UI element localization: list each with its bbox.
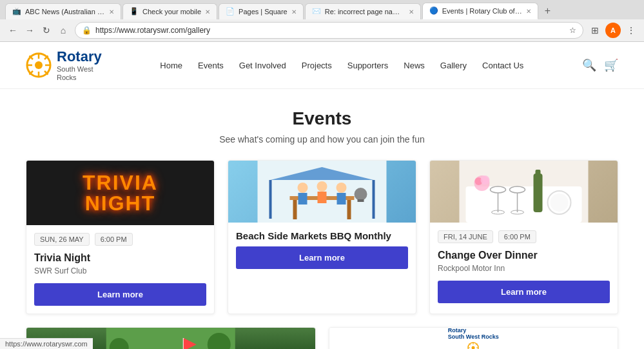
- booksale-rotary-wheel-icon: [467, 341, 480, 349]
- svg-rect-16: [347, 200, 351, 219]
- nav-events[interactable]: Events: [198, 61, 224, 70]
- address-bar[interactable]: 🔒 https://www.rotaryswr.com/gallery ☆: [75, 22, 583, 39]
- tabs-bar: 📺 ABC News (Australian Broadc... ✕ 📱 Che…: [0, 0, 644, 19]
- trivia-date-tag: SUN, 26 MAY: [34, 233, 90, 246]
- reload-button[interactable]: ↻: [39, 23, 54, 38]
- tab-close-email[interactable]: ✕: [409, 8, 414, 15]
- svg-rect-18: [298, 193, 307, 204]
- address-url: https://www.rotaryswr.com/gallery: [95, 26, 565, 35]
- search-button[interactable]: 🔍: [582, 58, 596, 72]
- events-title: Events: [26, 108, 618, 129]
- dinner-location: Rockpool Motor Inn: [438, 264, 610, 273]
- trivia-learn-more-button[interactable]: Learn more: [34, 283, 206, 306]
- svg-rect-24: [358, 199, 364, 202]
- address-bar-row: ← → ↻ ⌂ 🔒 https://www.rotaryswr.com/gall…: [0, 19, 644, 41]
- events-bottom-grid: Rotary South West Rocks: [26, 327, 618, 349]
- profile-avatar[interactable]: A: [605, 23, 621, 38]
- tab-title-square: Pages | Square: [239, 8, 288, 15]
- events-subtitle: See what's coming up and how you can joi…: [26, 134, 618, 145]
- toolbar-icons: ⊞ A ⋮: [587, 23, 639, 38]
- svg-point-1: [35, 61, 43, 69]
- browser-chrome: 📺 ABC News (Australian Broadc... ✕ 📱 Che…: [0, 0, 644, 42]
- svg-rect-33: [534, 174, 543, 212]
- nav-projects[interactable]: Projects: [302, 61, 332, 70]
- tab-favicon-email: ✉️: [312, 7, 321, 16]
- nav-supporters[interactable]: Supporters: [347, 61, 389, 70]
- star-icon: ☆: [569, 26, 576, 35]
- new-tab-button[interactable]: +: [540, 3, 556, 19]
- booksale-image: Rotary South West Rocks: [329, 328, 618, 349]
- tab-favicon-abc: 📺: [12, 7, 21, 16]
- tab-re-incorrect[interactable]: ✉️ Re: incorrect page names - Th... ✕: [305, 3, 421, 19]
- event-card-booksale: Rotary South West Rocks: [329, 327, 619, 349]
- svg-point-39: [481, 175, 490, 184]
- svg-rect-15: [293, 200, 297, 219]
- svg-point-17: [298, 183, 308, 193]
- svg-point-21: [337, 183, 347, 193]
- trivia-meta: SUN, 26 MAY 6:00 PM: [34, 233, 206, 246]
- trivia-location: SWR Surf Club: [34, 266, 206, 275]
- dinner-card-body: FRI, 14 JUNE 6:00 PM Change Over Dinner …: [430, 223, 618, 311]
- nav-get-involved[interactable]: Get Involved: [239, 61, 286, 70]
- lock-icon: 🔒: [82, 26, 92, 35]
- logo-rotary-text: Rotary: [57, 48, 102, 65]
- tab-close-square[interactable]: ✕: [291, 8, 297, 15]
- back-button[interactable]: ←: [5, 23, 21, 38]
- nav-news[interactable]: News: [404, 61, 425, 70]
- svg-rect-13: [373, 180, 375, 219]
- forward-button[interactable]: →: [22, 23, 37, 38]
- dinner-learn-more-button[interactable]: Learn more: [438, 281, 610, 303]
- nav-buttons: ← → ↻ ⌂: [5, 23, 71, 38]
- rotary-wheel-icon: [26, 52, 52, 78]
- dinner-image: [430, 161, 618, 223]
- cart-button[interactable]: 🛒: [604, 58, 618, 72]
- tab-favicon-square: 📄: [226, 7, 235, 16]
- events-section: Events See what's coming up and how you …: [0, 89, 644, 349]
- trivia-text: TRIVIA NIGHT: [83, 172, 158, 214]
- tab-close-mobile[interactable]: ✕: [205, 8, 210, 15]
- nav-home[interactable]: Home: [160, 61, 182, 70]
- bbq-image: [228, 161, 416, 223]
- logo-subtitle: South WestRocks: [57, 65, 102, 82]
- nav-contact[interactable]: Contact Us: [482, 61, 523, 70]
- tab-close-abc[interactable]: ✕: [109, 8, 114, 15]
- nav-gallery[interactable]: Gallery: [440, 61, 467, 70]
- site-header: Rotary South WestRocks Home Events Get I…: [0, 42, 644, 89]
- home-button[interactable]: ⌂: [55, 23, 71, 38]
- svg-point-36: [551, 194, 569, 212]
- svg-point-51: [472, 346, 475, 349]
- tab-rotary-events[interactable]: 🔵 Events | Rotary Club of South ... ✕: [422, 3, 538, 19]
- svg-point-23: [355, 188, 367, 201]
- status-bar: https://www.rotaryswr.com: [0, 338, 93, 349]
- dinner-name: Change Over Dinner: [438, 250, 610, 261]
- bbq-learn-more-button[interactable]: Learn more: [236, 246, 408, 269]
- event-card-dinner: FRI, 14 JUNE 6:00 PM Change Over Dinner …: [429, 160, 618, 314]
- svg-rect-34: [536, 170, 541, 175]
- bbq-card-body: Beach Side Markets BBQ Monthly Learn mor…: [228, 223, 416, 277]
- svg-rect-20: [318, 192, 327, 203]
- tab-title-email: Re: incorrect page names - Th...: [325, 8, 405, 15]
- tab-favicon-mobile: 📱: [130, 7, 139, 16]
- tab-close-rotary[interactable]: ✕: [526, 8, 531, 15]
- logo-text: Rotary South WestRocks: [57, 48, 102, 82]
- booksale-rotary-text: Rotary South West Rocks: [448, 327, 499, 340]
- tab-favicon-rotary: 🔵: [429, 6, 438, 15]
- tab-title-abc: ABC News (Australian Broadc...: [25, 8, 105, 15]
- trivia-time-tag: 6:00 PM: [95, 233, 133, 246]
- main-navigation: Home Events Get Involved Projects Suppor…: [160, 61, 523, 70]
- extensions-button[interactable]: ⊞: [587, 23, 603, 38]
- svg-rect-22: [337, 193, 346, 204]
- dinner-date-tag: FRI, 14 JUNE: [438, 230, 493, 243]
- tab-pages-square[interactable]: 📄 Pages | Square ✕: [219, 3, 304, 19]
- website-content: Rotary South WestRocks Home Events Get I…: [0, 42, 644, 349]
- tab-title-mobile: Check your mobile: [142, 8, 201, 15]
- tab-check-mobile[interactable]: 📱 Check your mobile ✕: [122, 3, 217, 19]
- header-actions: 🔍 🛒: [582, 58, 618, 72]
- booksale-logo: Rotary South West Rocks: [415, 327, 531, 349]
- logo-area[interactable]: Rotary South WestRocks: [26, 48, 102, 82]
- trivia-card-body: SUN, 26 MAY 6:00 PM Trivia Night SWR Sur…: [26, 225, 214, 314]
- tab-abc-news[interactable]: 📺 ABC News (Australian Broadc... ✕: [5, 3, 121, 19]
- event-card-trivia: TRIVIA NIGHT SUN, 26 MAY 6:00 PM Trivia …: [26, 160, 215, 314]
- trivia-night-image: TRIVIA NIGHT: [26, 161, 214, 225]
- settings-button[interactable]: ⋮: [623, 23, 639, 38]
